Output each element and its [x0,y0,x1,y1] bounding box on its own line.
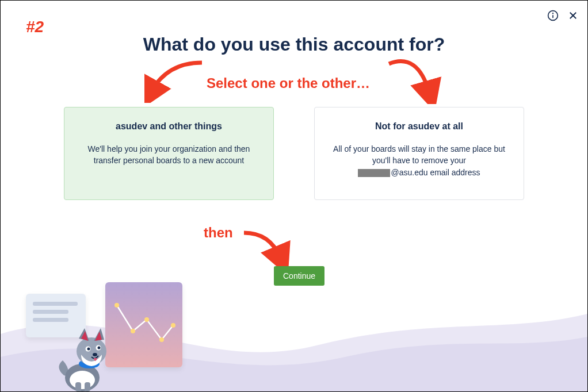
svg-point-11 [70,371,95,389]
option-a-title: asudev and other things [79,121,258,132]
svg-point-19 [98,347,101,349]
option-b-line1: All of your boards will stay in the same… [333,144,505,165]
svg-point-9 [171,323,175,328]
annotation-arrow-right-icon [386,52,444,104]
svg-point-7 [144,317,149,322]
svg-point-2 [553,13,553,14]
svg-point-8 [159,337,164,342]
redacted-email-user [358,169,390,177]
option-b-description: All of your boards will stay in the same… [330,143,509,178]
option-b-title: Not for asudev at all [330,121,509,132]
annotation-select-text: Select one or the other… [207,75,370,91]
option-not-for-asudev[interactable]: Not for asudev at all All of your boards… [314,107,524,200]
annotation-arrow-then-icon [241,226,293,266]
svg-point-20 [93,353,97,356]
svg-point-17 [87,348,90,351]
annotation-step-number: #2 [26,18,44,36]
continue-button[interactable]: Continue [274,266,324,286]
annotation-arrow-left-icon [144,57,208,103]
close-icon[interactable] [567,9,579,22]
page-title: What do you use this account for? [1,34,587,55]
taco-mascot-icon [57,322,120,391]
svg-rect-13 [85,382,90,391]
decorative-illustration [26,276,187,391]
option-asudev-and-other[interactable]: asudev and other things We'll help you j… [64,107,274,200]
svg-rect-12 [75,382,81,391]
info-icon[interactable] [546,9,560,22]
svg-point-15 [77,337,106,365]
svg-point-6 [131,329,135,333]
option-b-email-domain: @asu.edu email address [391,168,480,177]
svg-point-5 [114,303,119,308]
annotation-then-text: then [204,225,233,241]
option-a-description: We'll help you join your organization an… [79,143,258,167]
